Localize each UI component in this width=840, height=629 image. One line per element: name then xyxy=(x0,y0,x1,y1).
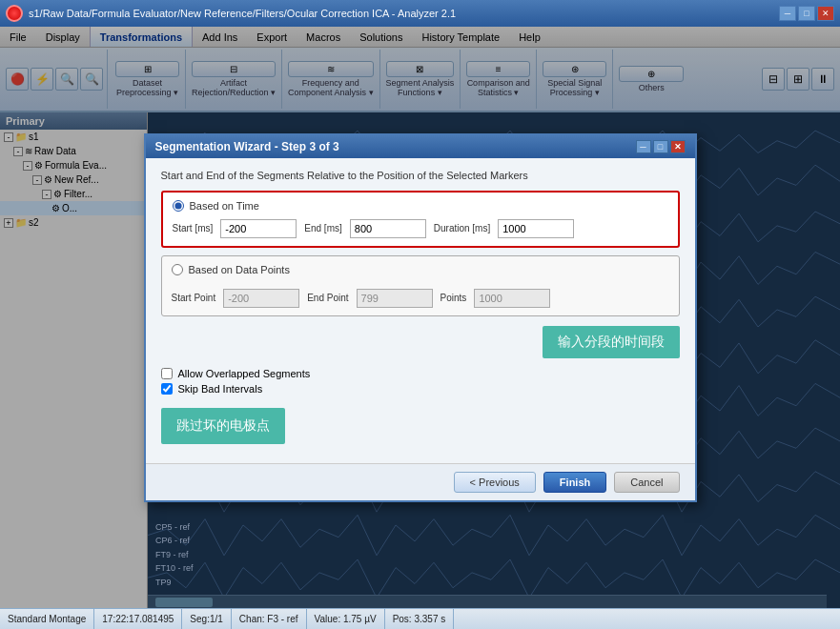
skip-bad-label: Skip Bad Intervals xyxy=(178,383,263,395)
based-on-time-section: Based on Time Start [ms] End [ms] Durati… xyxy=(161,191,680,248)
dialog-maximize-button[interactable]: □ xyxy=(653,140,668,153)
based-on-datapoints-label: Based on Data Points xyxy=(189,264,290,275)
allow-overlap-label: Allow Overlapped Segments xyxy=(178,368,311,379)
finish-button[interactable]: Finish xyxy=(543,472,606,493)
modal-overlay: Segmentation Wizard - Step 3 of 3 ─ □ ✕ … xyxy=(0,27,840,608)
cancel-button[interactable]: Cancel xyxy=(614,472,679,493)
end-ms-label: End [ms] xyxy=(304,223,341,233)
dialog-footer: < Previous Finish Cancel xyxy=(146,463,695,500)
end-point-input[interactable] xyxy=(357,289,433,308)
dialog-title: Segmentation Wizard - Step 3 of 3 xyxy=(155,140,339,153)
close-button[interactable]: ✕ xyxy=(817,6,834,21)
end-point-label: End Point xyxy=(307,293,348,303)
based-on-time-radio[interactable] xyxy=(173,200,184,212)
duration-ms-input[interactable] xyxy=(498,219,574,238)
based-on-datapoints-section: Based on Data Points Start Point End Poi… xyxy=(161,255,680,316)
dialog-body: Start and End of the Segments Relative t… xyxy=(146,158,695,463)
previous-button[interactable]: < Previous xyxy=(454,472,536,493)
dialog-titlebar: Segmentation Wizard - Step 3 of 3 ─ □ ✕ xyxy=(146,135,695,158)
points-input[interactable] xyxy=(474,289,550,308)
skip-bad-checkbox[interactable] xyxy=(161,383,173,395)
start-ms-label: Start [ms] xyxy=(173,223,214,233)
title-text: s1/Raw Data/Formula Evaluator/New Refere… xyxy=(29,8,456,19)
allow-overlap-checkbox[interactable] xyxy=(161,368,173,379)
skip-bad-row: Skip Bad Intervals xyxy=(161,383,680,395)
allow-overlap-row: Allow Overlapped Segments xyxy=(161,368,680,379)
cn-tooltip-skip: 跳过坏的电极点 xyxy=(161,408,285,444)
cn-tooltip-time-area: 输入分段的时间段 xyxy=(161,326,680,358)
start-ms-input[interactable] xyxy=(220,219,297,238)
cn-tooltip-skip-area: 跳过坏的电极点 xyxy=(161,400,680,452)
based-on-datapoints-radio[interactable] xyxy=(172,264,183,275)
status-pos: Pos: 3.357 s xyxy=(385,609,455,629)
title-bar: s1/Raw Data/Formula Evaluator/New Refere… xyxy=(0,0,840,27)
status-bar: Standard Montage 17:22:17.081495 Seg:1/1… xyxy=(0,608,840,629)
based-on-time-label: Based on Time xyxy=(190,200,259,212)
dialog-close-button[interactable]: ✕ xyxy=(670,140,686,153)
segmentation-dialog: Segmentation Wizard - Step 3 of 3 ─ □ ✕ … xyxy=(144,133,697,502)
status-time: 17:22:17.081495 xyxy=(94,609,182,629)
app-logo xyxy=(6,5,23,22)
dialog-minimize-button[interactable]: ─ xyxy=(636,140,651,153)
status-montage: Standard Montage xyxy=(0,609,94,629)
cn-tooltip-time: 输入分段的时间段 xyxy=(543,326,680,358)
points-label: Points xyxy=(440,293,467,303)
start-point-label: Start Point xyxy=(172,293,216,303)
dialog-subtitle: Start and End of the Segments Relative t… xyxy=(161,170,680,181)
end-ms-input[interactable] xyxy=(350,219,426,238)
status-value: Value: 1.75 µV xyxy=(307,609,385,629)
start-point-input[interactable] xyxy=(223,289,299,308)
minimize-button[interactable]: ─ xyxy=(779,6,796,21)
duration-ms-label: Duration [ms] xyxy=(434,223,490,233)
maximize-button[interactable]: □ xyxy=(798,6,815,21)
status-seg: Seg:1/1 xyxy=(182,609,231,629)
status-chan: Chan: F3 - ref xyxy=(232,609,307,629)
